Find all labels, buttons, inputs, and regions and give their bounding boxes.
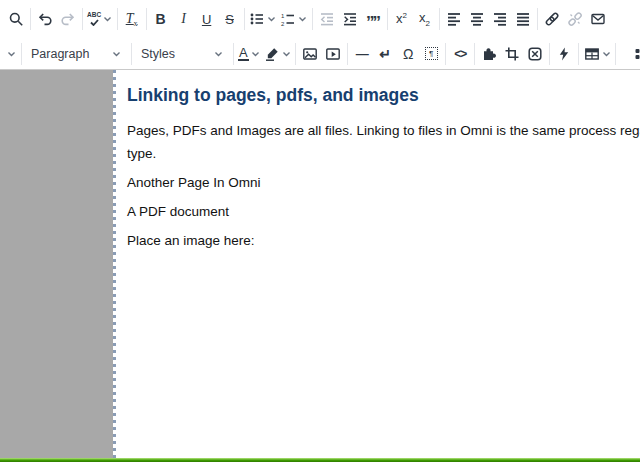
paragraph-format-value: Paragraph: [31, 47, 89, 61]
subscript-icon: x2: [419, 10, 430, 28]
chevron-down-icon: [602, 51, 611, 57]
undo-button[interactable]: [33, 6, 56, 32]
source-code-button[interactable]: <>: [449, 41, 472, 67]
paragraph-format-dropdown[interactable]: Paragraph: [24, 41, 128, 67]
editor-content[interactable]: Linking to pages, pdfs, and images Pages…: [116, 70, 640, 458]
chevron-down-icon: [7, 51, 16, 57]
check-icon: [90, 19, 99, 26]
italic-button[interactable]: I: [172, 6, 195, 32]
intro-line-2[interactable]: type.: [127, 142, 640, 165]
justify-icon: [515, 11, 531, 27]
page-link-paragraph[interactable]: Another Page In Omni: [127, 171, 640, 194]
insert-media-button[interactable]: [322, 41, 345, 67]
editor-toolbar: ABC Tx B I U S 12: [0, 0, 640, 70]
numbered-list-icon: 12: [280, 11, 296, 27]
toolbar-separator: [347, 43, 348, 65]
find-and-replace-button[interactable]: [4, 6, 27, 32]
numbered-list-dropdown[interactable]: 12: [278, 6, 309, 32]
insert-table-dropdown[interactable]: [582, 41, 613, 67]
justify-button[interactable]: [511, 6, 534, 32]
page-title[interactable]: Linking to pages, pdfs, and images: [127, 85, 640, 106]
plugin-button[interactable]: [478, 41, 501, 67]
outdent-icon: [319, 11, 335, 27]
toolbar-separator: [474, 43, 475, 65]
bold-button[interactable]: B: [149, 6, 172, 32]
horizontal-line-icon: —: [356, 46, 369, 61]
blockquote-button[interactable]: ””: [361, 6, 384, 32]
puzzle-icon: [481, 46, 497, 62]
highlight-dropdown[interactable]: [262, 41, 293, 67]
pdf-link-paragraph[interactable]: A PDF document: [127, 200, 640, 223]
underline-button[interactable]: U: [195, 6, 218, 32]
strikethrough-button[interactable]: S: [218, 6, 241, 32]
link-icon: [544, 11, 560, 27]
bold-icon: B: [156, 11, 166, 27]
clipped-toolbar-button[interactable]: [631, 41, 640, 67]
toolbar-separator: [615, 43, 616, 65]
line-break-button[interactable]: ↵: [374, 41, 397, 67]
svg-text:2: 2: [281, 21, 285, 27]
intro-paragraph[interactable]: Pages, PDFs and Images are all files. Li…: [127, 119, 640, 165]
font-color-icon: A: [238, 46, 249, 61]
highlight-marker-icon: [264, 46, 280, 62]
underline-icon: U: [202, 12, 211, 27]
email-link-button[interactable]: [586, 6, 609, 32]
quick-action-button[interactable]: [553, 41, 576, 67]
font-color-dropdown[interactable]: A: [236, 41, 262, 67]
toolbar-separator: [146, 8, 147, 30]
align-center-icon: [469, 11, 485, 27]
toolbar-separator: [233, 43, 234, 65]
toolbar-separator: [439, 8, 440, 30]
toolbar-separator: [549, 43, 550, 65]
insert-image-button[interactable]: [299, 41, 322, 67]
template-knot-button[interactable]: [524, 41, 547, 67]
remove-format-button[interactable]: Tx: [120, 6, 143, 32]
toolbar-row-2: Paragraph Styles A: [0, 38, 640, 69]
embed-button[interactable]: [501, 41, 524, 67]
image-placeholder-paragraph[interactable]: Place an image here:: [127, 229, 640, 252]
outdent-button[interactable]: [315, 6, 338, 32]
toolbar-separator: [82, 8, 83, 30]
search-icon: [8, 11, 24, 27]
superscript-icon: x2: [396, 11, 407, 26]
knot-icon: [527, 46, 543, 62]
select-paragraph-button[interactable]: ¶: [420, 41, 443, 67]
align-right-button[interactable]: [488, 6, 511, 32]
redo-button[interactable]: [56, 6, 79, 32]
spellcheck-icon: ABC: [87, 12, 101, 27]
styles-dropdown[interactable]: Styles: [134, 41, 230, 67]
italic-icon: I: [181, 11, 186, 27]
strikethrough-icon: S: [225, 12, 234, 27]
bulleted-list-icon: [249, 11, 265, 27]
align-center-button[interactable]: [465, 6, 488, 32]
toolbar-separator: [117, 8, 118, 30]
indent-button[interactable]: [338, 6, 361, 32]
toolbar-row-1: ABC Tx B I U S 12: [0, 0, 640, 38]
envelope-icon: [590, 11, 606, 27]
toolbar-separator: [537, 8, 538, 30]
undo-icon: [37, 11, 53, 27]
superscript-button[interactable]: x2: [390, 6, 413, 32]
spellcheck-dropdown[interactable]: ABC: [85, 6, 114, 32]
pilcrow-box-icon: ¶: [425, 47, 438, 60]
link-button[interactable]: [540, 6, 563, 32]
omega-icon: Ω: [403, 46, 413, 62]
crop-icon: [504, 46, 520, 62]
toolbar-separator: [578, 43, 579, 65]
styles-value: Styles: [141, 47, 175, 61]
special-characters-button[interactable]: Ω: [397, 41, 420, 67]
toolbar-separator: [387, 8, 388, 30]
editor-window: ABC Tx B I U S 12: [0, 0, 640, 465]
unlink-button[interactable]: [563, 6, 586, 32]
horizontal-line-button[interactable]: —: [351, 41, 374, 67]
align-left-button[interactable]: [442, 6, 465, 32]
subscript-button[interactable]: x2: [413, 6, 436, 32]
bulleted-list-dropdown[interactable]: [247, 6, 278, 32]
svg-text:1: 1: [281, 13, 285, 19]
intro-line-1[interactable]: Pages, PDFs and Images are all files. Li…: [127, 119, 640, 142]
clipped-icon: [634, 46, 640, 62]
image-icon: [302, 46, 318, 62]
toolbar-separator: [131, 43, 132, 65]
unlink-icon: [567, 11, 583, 27]
overflow-dropdown-button[interactable]: [4, 41, 18, 67]
